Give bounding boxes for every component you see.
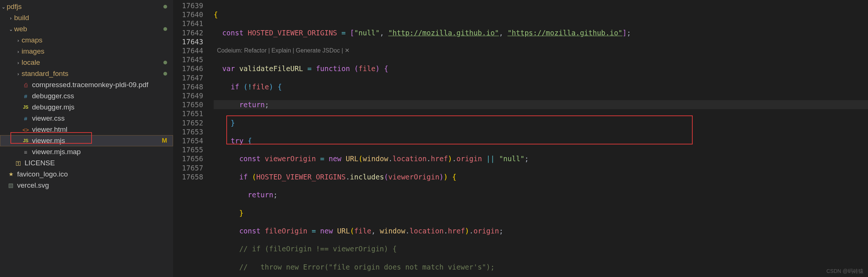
git-dot-indicator [163,5,167,9]
obj-window: window [363,155,389,163]
var-viewerorigin: viewerOrigin [265,155,316,163]
file-row[interactable]: ≡viewer.mjs.map [0,146,173,157]
git-dot-indicator [163,61,167,64]
file-label: viewer.html [32,125,167,134]
chevron-right-icon[interactable]: › [7,15,14,21]
code-editor[interactable]: 1763917640176411764217643176441764517646… [173,0,868,277]
line-number[interactable]: 17651 [173,109,203,118]
chevron-down-icon[interactable]: ⌄ [7,26,14,32]
file-label: debugger.css [32,92,167,100]
chevron-right-icon[interactable]: › [15,60,22,66]
chevron-right-icon[interactable]: › [15,71,22,77]
git-dot-indicator [163,72,167,76]
line-number[interactable]: 17642 [173,28,203,37]
line-number[interactable]: 17641 [173,19,203,28]
folder-label: build [14,14,167,22]
line-number-gutter: 1763917640176411764217643176441764517646… [173,0,214,277]
folder-row[interactable]: ›locale [0,57,173,68]
string-url[interactable]: "https://mozilla.github.io" [507,29,622,37]
chevron-right-icon[interactable]: › [15,38,22,43]
line-number[interactable]: 17658 [173,172,203,181]
git-modified-badge: M [162,137,167,144]
line-number[interactable]: 17650 [173,100,203,109]
star-icon: ★ [7,171,15,178]
line-number[interactable]: 17654 [173,136,203,145]
file-label: viewer.css [32,114,167,122]
line-number[interactable]: 17643 [173,37,203,46]
file-label: compressed.tracemonkey-pldi-09.pdf [32,81,167,89]
file-label: debugger.mjs [32,103,167,111]
string-url[interactable]: "http://mozilla.github.io" [388,29,499,37]
fn-name: validateFileURL [239,64,303,73]
map-icon: ≡ [22,149,30,155]
file-label: favicon_logo.ico [17,170,167,178]
git-dot-indicator [163,27,167,31]
svg-icon: ▧ [7,182,15,189]
var-ref: viewerOrigin [388,173,439,181]
file-row[interactable]: ⚿LICENSE [0,157,173,169]
codelens-actions[interactable]: Codeium: Refactor | Explain | Generate J… [217,47,343,54]
line-number[interactable]: 17640 [173,10,203,19]
close-icon[interactable]: ✕ [345,47,350,54]
var-ref: HOSTED_VIEWER_ORIGINS [256,173,345,181]
folder-row[interactable]: ⌄pdfjs [0,1,173,12]
file-tree: ⌄pdfjs›build⌄web›cmaps›images›locale›sta… [0,0,173,191]
string-literal: "null" [499,155,525,163]
folder-row[interactable]: ›build [0,12,173,23]
file-row[interactable]: <>viewer.html [0,124,173,135]
pdf-icon: ⎙ [22,82,30,88]
js-icon: JS [22,105,30,110]
const-name: HOSTED_VIEWER_ORIGINS [248,29,337,37]
line-number[interactable]: 17653 [173,127,203,136]
string-literal: "null" [354,29,380,37]
obj-window: window [380,227,405,235]
line-number[interactable]: 17646 [173,64,203,73]
file-label: LICENSE [25,159,167,167]
var-ref: file [354,227,371,235]
file-label: viewer.mjs.map [32,148,167,156]
line-number[interactable]: 17648 [173,82,203,91]
line-number[interactable]: 17639 [173,1,203,10]
js-icon: JS [22,138,30,143]
codelens-row[interactable]: Codeium: Refactor | Explain | Generate J… [214,46,868,55]
chevron-down-icon[interactable]: ⌄ [0,4,7,10]
code-content[interactable]: { const HOSTED_VIEWER_ORIGINS = ["null",… [214,0,868,277]
folder-label: images [22,47,167,55]
line-number[interactable]: 17657 [173,163,203,172]
var-ref: file [252,83,269,91]
line-number[interactable]: 17655 [173,145,203,154]
var-fileorigin: fileOrigin [265,227,307,235]
key-icon: ⚿ [14,160,22,166]
hash-icon: # [22,115,30,122]
file-row[interactable]: JSviewer.mjsM [0,135,173,146]
line-number[interactable]: 17656 [173,154,203,163]
folder-row[interactable]: ›images [0,46,173,57]
line-number[interactable]: 17647 [173,73,203,82]
folder-row[interactable]: ⌄web [0,23,173,35]
chevron-right-icon[interactable]: › [15,49,22,54]
line-number[interactable]: 17652 [173,118,203,127]
hash-icon: # [22,93,30,99]
line-number[interactable]: 17649 [173,91,203,100]
class-url: URL [337,227,350,235]
file-row[interactable]: ⎙compressed.tracemonkey-pldi-09.pdf [0,79,173,90]
comment-line: // throw new Error("file origin does not… [214,263,495,271]
file-explorer: ⌄pdfjs›build⌄web›cmaps›images›locale›sta… [0,0,173,277]
class-url: URL [346,155,358,163]
file-row[interactable]: #viewer.css [0,113,173,124]
watermark: CSDN @码砖猿 [826,268,864,275]
param: file [358,64,376,73]
line-number[interactable]: 17645 [173,55,203,64]
line-number[interactable]: 17644 [173,46,203,55]
folder-row[interactable]: ›standard_fonts [0,68,173,79]
folder-label: locale [22,58,163,67]
folder-label: pdfjs [7,3,163,11]
comment-line: // if (fileOrigin !== viewerOrigin) { [214,245,397,253]
file-row[interactable]: JSdebugger.mjs [0,102,173,113]
folder-label: standard_fonts [22,70,163,78]
file-row[interactable]: ★favicon_logo.ico [0,169,173,180]
folder-row[interactable]: ›cmaps [0,35,173,46]
file-row[interactable]: #debugger.css [0,90,173,102]
file-label: vercel.svg [17,181,167,190]
file-row[interactable]: ▧vercel.svg [0,180,173,191]
